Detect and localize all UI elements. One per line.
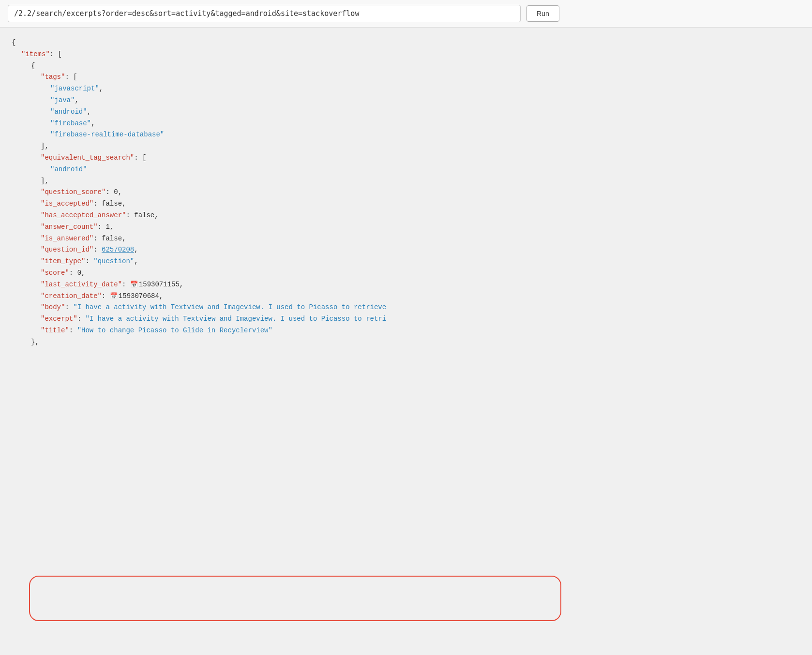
json-line-items: "items": [	[21, 49, 800, 60]
json-line-tag-firebase: "firebase",	[50, 118, 800, 130]
json-line-question-score: "question_score": 0,	[41, 187, 800, 198]
run-button[interactable]: Run	[526, 5, 559, 22]
json-container: { "items": [ { "tags": [ "javascript", "…	[0, 28, 812, 637]
calendar-icon-1: 📅	[130, 280, 138, 290]
json-line-answer-count: "answer_count": 1,	[41, 222, 800, 233]
json-line-tags: "tags": [	[41, 72, 800, 83]
json-line-excerpt: "excerpt": "I have a activity with Textv…	[41, 313, 800, 325]
json-line-has-accepted: "has_accepted_answer": false,	[41, 210, 800, 222]
json-line-tag-javascript: "javascript",	[50, 83, 800, 95]
calendar-icon-2: 📅	[110, 291, 118, 302]
top-bar: Run	[0, 0, 812, 28]
json-line-tags-close: ],	[41, 141, 800, 152]
json-line-title: "title": "How to change Picasso to Glide…	[41, 325, 800, 337]
json-line-score: "score": 0,	[41, 268, 800, 279]
json-line-tag-java: "java",	[50, 95, 800, 106]
json-line-open-obj: {	[31, 60, 800, 72]
json-line-is-answered: "is_answered": false,	[41, 233, 800, 245]
json-line-tag-android: "android",	[50, 106, 800, 118]
json-line-last-activity: "last_activity_date": 📅1593071155,	[41, 279, 800, 291]
json-line-close-obj: },	[31, 337, 800, 348]
json-line-open-brace: {	[12, 37, 800, 49]
json-line-equiv-close: ],	[41, 176, 800, 187]
question-id-link[interactable]: 62570208	[102, 246, 134, 253]
json-line-question-id: "question_id": 62570208,	[41, 244, 800, 256]
json-line-creation-date: "creation_date": 📅1593070684,	[41, 291, 800, 302]
json-line-equiv-android: "android"	[50, 164, 800, 176]
json-line-body: "body": "I have a activity with Textview…	[41, 302, 800, 313]
json-line-equiv-tag: "equivalent_tag_search": [	[41, 152, 800, 164]
json-line-is-accepted: "is_accepted": false,	[41, 198, 800, 210]
json-line-tag-firebase-realtime: "firebase-realtime-database"	[50, 129, 800, 141]
highlight-oval	[29, 576, 561, 621]
url-input[interactable]	[8, 5, 521, 22]
json-line-item-type: "item_type": "question",	[41, 256, 800, 268]
